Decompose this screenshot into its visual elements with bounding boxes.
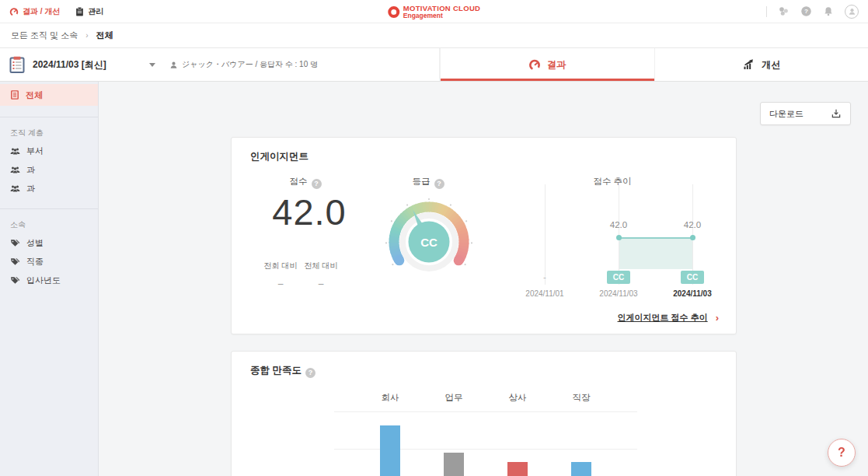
download-button[interactable]: 다운로드 [760,102,851,125]
main-content: 다운로드 인게이지먼트 점수? 42.0 전회 대비 – 전체 대비 – [99,82,868,476]
sidebar-item-department[interactable]: 부서 [0,142,98,160]
breadcrumb-separator-icon: › [85,31,88,40]
bar-category-label: 업무 [431,392,477,404]
help-icon[interactable]: ? [800,5,812,17]
nav-results-improve[interactable]: 결과 / 개선 [9,6,60,17]
people-icon [10,184,20,193]
score-label: 점수 [290,177,308,186]
logo-ring-icon [388,6,399,18]
sidebar-section-org-title: 조직 계층 [0,117,98,142]
breadcrumb: 모든 조직 및 소속 › 전체 [0,23,868,48]
nav-admin-label: 관리 [88,6,103,17]
survey-date: 2024/11/03 [최신] [33,58,141,72]
sidebar: 전체 조직 계층 부서 과 과 소속 성별 직종 입사년도 [0,82,99,476]
vs-previous-value: – [257,278,304,289]
nav-admin[interactable]: 관리 [75,6,103,17]
bar-category-label: 상사 [494,392,541,404]
engagement-trend-link[interactable]: 인게이지먼트 점수 추이 › [618,312,719,324]
bar-category-label: 직장 [558,392,605,404]
sidebar-item-hireyear[interactable]: 입사년도 [0,271,98,289]
sidebar-item-section-2[interactable]: 과 [0,179,98,198]
sidebar-item-all-label: 전체 [26,89,43,101]
app-header: 결과 / 개선 관리 MOTIVATION CLOUD Engagement ? [0,0,868,23]
tags-icon [10,239,20,247]
satisfaction-card-title: 종합 만족도? [250,364,315,378]
respondent-text: ジャック・バウアー / 응답자 수 : 10 명 [182,59,318,70]
header-divider [766,6,767,17]
trend-point [616,235,622,240]
tags-icon [10,257,20,266]
satisfaction-bar [380,425,400,476]
tab-improve[interactable]: 개선 [654,48,868,81]
gridline [334,411,637,412]
svg-text:?: ? [804,8,808,15]
trend-value: 42.0 [581,220,656,229]
logo-subtitle: Engagement [403,12,480,19]
trend-value: 42.0 [655,220,730,229]
sidebar-section-affiliation-title: 소속 [0,209,98,233]
sidebar-item-label: 과 [26,164,35,176]
apps-icon[interactable] [778,5,790,17]
people-icon [10,166,20,174]
survey-clipboard-icon [9,56,25,73]
tab-improve-label: 개선 [762,58,780,72]
sidebar-item-section-1[interactable]: 과 [0,160,98,179]
trend-column: 42.0 CC 2024/11/03 [655,180,730,296]
tab-results[interactable]: 결과 [440,48,654,81]
motivation-cloud-logo: MOTIVATION CLOUD Engagement [388,0,480,23]
trend-chart-icon [742,58,755,71]
sidebar-item-label: 직종 [26,256,44,268]
sidebar-item-label: 성별 [26,237,44,249]
engagement-card: 인게이지먼트 점수? 42.0 전회 대비 – 전체 대비 – 등급? [231,137,737,334]
sidebar-item-all[interactable]: 전체 [0,84,98,106]
vs-overall-label: 전체 대비 [298,261,344,271]
grade-badge: CC [681,271,704,284]
breadcrumb-current: 전체 [96,30,113,41]
sidebar-item-label: 과 [26,183,35,194]
satisfaction-title-text: 종합 만족도 [250,365,302,376]
satisfaction-bar [507,462,528,476]
trend-column: 42.0 CC 2024/11/03 [581,180,656,296]
trend-date: 2024/11/03 [581,289,656,298]
trend-date: 2024/11/03 [655,289,730,298]
download-icon [831,108,842,119]
report-icon [10,90,19,100]
download-label: 다운로드 [769,108,831,120]
engagement-card-title: 인게이지먼트 [250,150,309,163]
engagement-trend-link-label: 인게이지먼트 점수 추이 [618,312,708,324]
result-improve-tabs: 결과 개선 [439,48,868,81]
satisfaction-bar [571,462,591,476]
grade-label: 등급 [413,177,431,186]
bar-category-label: 회사 [367,392,413,404]
sidebar-item-label: 입사년도 [26,275,61,286]
user-avatar[interactable] [845,5,859,19]
gridline [545,184,546,285]
bell-icon[interactable] [823,5,834,17]
vs-overall-value: – [298,278,344,289]
grade-gauge: CC [381,192,477,284]
respondent-info: ジャック・バウアー / 응답자 수 : 10 명 [169,59,318,70]
sidebar-item-jobtype[interactable]: 직종 [0,252,98,271]
vs-overall: 전체 대비 – [298,261,344,289]
help-icon[interactable]: ? [312,179,322,189]
score-label-row: 점수? [263,176,348,189]
nav-results-label: 결과 / 개선 [23,6,60,17]
gauge-grade-value: CC [420,236,437,249]
trend-column: - 2024/11/01 [507,180,582,296]
sidebar-item-label: 부서 [26,145,44,157]
floating-help-button[interactable]: ? [828,439,856,467]
satisfaction-card: 종합 만족도? 회사 업무 상사 직장 [231,351,737,476]
trend-value: - [507,272,582,282]
tags-icon [10,276,20,285]
grade-label-row: 등급? [385,176,471,189]
survey-select[interactable]: 2024/11/03 [최신] [0,56,165,73]
sidebar-item-gender[interactable]: 성별 [0,233,98,252]
breadcrumb-root[interactable]: 모든 조직 및 소속 [11,30,78,41]
help-icon[interactable]: ? [434,179,444,189]
help-icon[interactable]: ? [305,368,315,378]
chevron-right-icon: › [716,312,719,324]
trend-date: 2024/11/01 [507,289,582,298]
gauge-icon [9,7,19,16]
person-icon [169,61,178,69]
trend-point [690,235,695,240]
